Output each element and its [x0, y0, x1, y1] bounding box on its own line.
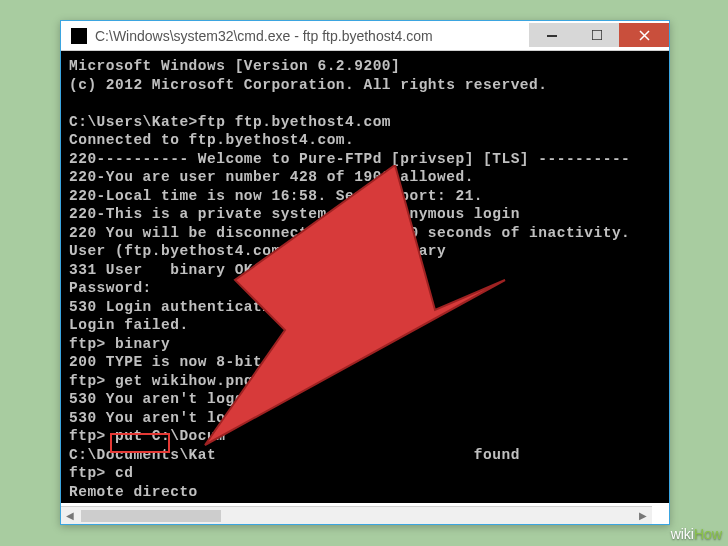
- scroll-track[interactable]: [79, 507, 634, 524]
- brand-how: How: [694, 526, 722, 542]
- line: ftp> binary: [69, 336, 170, 352]
- svg-rect-0: [547, 35, 557, 37]
- horizontal-scrollbar[interactable]: ◀ ▶: [61, 506, 652, 524]
- line: 220---------- Welcome to Pure-FTPd [priv…: [69, 151, 630, 167]
- maximize-icon: [592, 30, 602, 40]
- line: 530 You aren't logge: [69, 391, 253, 407]
- line: 530 You aren't logg: [69, 410, 244, 426]
- close-button[interactable]: [619, 23, 669, 47]
- line: ftp> put C:\Docum: [69, 428, 225, 444]
- line: (c) 2012 Microsoft Corporation. All righ…: [69, 77, 547, 93]
- scroll-left-button[interactable]: ◀: [61, 507, 79, 524]
- titlebar[interactable]: C:\Windows\system32\cmd.exe - ftp ftp.by…: [61, 21, 669, 51]
- line: User (ftp.byethost4.com:(none)) binary: [69, 243, 446, 259]
- line: Microsoft Windows [Version 6.2.9200]: [69, 58, 400, 74]
- line: 220-This is a private system - No anonym…: [69, 206, 520, 222]
- window-title: C:\Windows\system32\cmd.exe - ftp ftp.by…: [95, 28, 529, 44]
- minimize-button[interactable]: [529, 23, 574, 47]
- line: C:\Documents\Kat found: [69, 447, 520, 463]
- line: 220-You are user number 428 of 1900 allo…: [69, 169, 474, 185]
- window-controls: [529, 24, 669, 47]
- minimize-icon: [547, 30, 557, 40]
- terminal-output[interactable]: Microsoft Windows [Version 6.2.9200] (c)…: [61, 51, 669, 503]
- maximize-button[interactable]: [574, 23, 619, 47]
- close-icon: [639, 30, 650, 41]
- line: cd remote di: [69, 502, 179, 503]
- line: 220 You will be disconnected aft 60 seco…: [69, 225, 630, 241]
- brand-wiki: wiki: [671, 526, 694, 542]
- line: Login failed.: [69, 317, 189, 333]
- line: 530 Login authentication f: [69, 299, 308, 315]
- scroll-thumb[interactable]: [81, 510, 221, 522]
- wikihow-watermark: wikiHow: [671, 526, 722, 542]
- line: ftp> cd: [69, 465, 133, 481]
- scroll-right-button[interactable]: ▶: [634, 507, 652, 524]
- line: Connected to ftp.byethost4.com.: [69, 132, 354, 148]
- line: Remote directo: [69, 484, 198, 500]
- cmd-icon: [71, 28, 87, 44]
- line: Password:: [69, 280, 152, 296]
- line: C:\Users\Kate>ftp ftp.byethost4.com: [69, 114, 391, 130]
- line: 220-Local time is now 16:58. Server port…: [69, 188, 483, 204]
- line: 200 TYPE is now 8-bit b: [69, 354, 281, 370]
- line: 331 User binary OK. Password ired: [69, 262, 419, 278]
- cmd-window: C:\Windows\system32\cmd.exe - ftp ftp.by…: [60, 20, 670, 525]
- svg-rect-1: [592, 30, 602, 40]
- line: ftp> get wikihow.png: [69, 373, 253, 389]
